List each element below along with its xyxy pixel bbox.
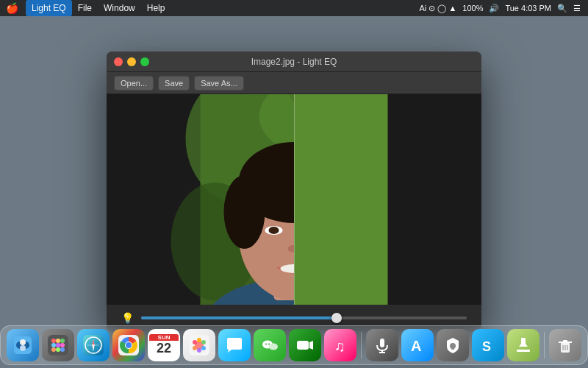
svg-rect-90 [521, 338, 526, 347]
volume-icon: 🔊 [489, 4, 499, 13]
dock-item-downloads[interactable] [507, 329, 539, 361]
maximize-button[interactable] [140, 57, 149, 66]
menu-item-app[interactable]: Light EQ [26, 0, 72, 16]
menu-item-file[interactable]: File [72, 0, 98, 16]
image-area [107, 94, 481, 305]
svg-point-45 [51, 347, 56, 352]
dock: SUN 22 [0, 325, 588, 365]
apple-menu-icon[interactable]: 🍎 [6, 3, 18, 13]
dock-item-appstore[interactable]: A [401, 329, 434, 361]
after-photo-svg [294, 94, 481, 305]
close-button[interactable] [114, 57, 123, 66]
svg-point-65 [193, 340, 197, 344]
svg-point-41 [60, 339, 65, 343]
svg-rect-73 [297, 341, 309, 350]
svg-point-69 [269, 344, 278, 350]
dock-separator [361, 332, 362, 358]
svg-point-70 [265, 344, 267, 345]
svg-point-71 [268, 344, 270, 345]
photo-container [107, 94, 481, 305]
desktop: Image2.jpg - Light EQ Open... Save Save … [0, 16, 588, 336]
svg-point-42 [51, 343, 56, 347]
dock-item-mic[interactable] [366, 329, 398, 361]
toolbar: Open... Save Save As... [107, 72, 481, 94]
dock-item-trash[interactable] [549, 329, 581, 361]
menu-item-window[interactable]: Window [98, 0, 141, 16]
dock-item-safari[interactable] [77, 329, 110, 361]
svg-point-40 [56, 339, 60, 343]
dock-item-photos[interactable] [183, 329, 215, 361]
dock-item-calendar[interactable]: SUN 22 [148, 329, 180, 361]
dock-item-wechat[interactable] [254, 329, 286, 361]
menu-item-help[interactable]: Help [141, 0, 171, 16]
control-strip-icon[interactable]: ☰ [573, 4, 581, 13]
svg-point-8 [224, 175, 265, 249]
app-window: Image2.jpg - Light EQ Open... Save Save … [107, 52, 481, 331]
svg-point-12 [269, 227, 279, 234]
minimize-button[interactable] [127, 57, 136, 66]
dock-item-facetime[interactable] [289, 329, 321, 361]
svg-point-57 [126, 342, 132, 348]
battery-status: 100% [462, 4, 483, 13]
brightness-slider-track[interactable] [141, 316, 467, 319]
dock-item-chrome[interactable] [112, 329, 145, 361]
svg-marker-74 [309, 341, 313, 350]
svg-point-61 [201, 340, 206, 344]
open-button[interactable]: Open... [114, 76, 154, 91]
svg-point-63 [197, 348, 201, 353]
svg-point-37 [20, 345, 26, 351]
dock-item-skype[interactable]: S [472, 329, 504, 361]
dock-container: SUN 22 [0, 321, 588, 368]
svg-point-39 [51, 339, 56, 343]
svg-point-64 [193, 346, 197, 350]
svg-rect-91 [517, 350, 530, 352]
svg-text:♫: ♫ [334, 338, 345, 354]
svg-point-44 [60, 343, 65, 347]
svg-rect-16 [294, 94, 388, 305]
window-title: Image2.jpg - Light EQ [251, 57, 337, 67]
adobe-icon: Ai ⊙ ◯ ▲ [419, 4, 456, 13]
svg-rect-78 [380, 339, 384, 347]
slider-fill [141, 316, 337, 319]
menu-right-items: Ai ⊙ ◯ ▲ 100% 🔊 Tue 4:03 PM 🔍 ☰ [417, 4, 582, 13]
photo-after [294, 94, 481, 305]
svg-text:S: S [482, 339, 491, 354]
dock-item-launchpad[interactable] [42, 329, 74, 361]
dock-item-messages[interactable] [218, 329, 251, 361]
comparison-divider [294, 94, 295, 305]
title-bar: Image2.jpg - Light EQ [107, 52, 481, 72]
dock-item-finder[interactable] [7, 329, 39, 361]
svg-point-47 [60, 347, 65, 352]
svg-text:A: A [411, 338, 421, 354]
svg-point-46 [56, 347, 60, 352]
svg-point-62 [201, 346, 206, 350]
clock: Tue 4:03 PM [505, 4, 551, 13]
before-photo-svg [107, 94, 294, 305]
svg-rect-85 [451, 346, 454, 350]
traffic-lights [107, 57, 149, 66]
photo-before [107, 94, 294, 305]
save-as-button[interactable]: Save As... [194, 76, 244, 91]
search-icon[interactable]: 🔍 [557, 4, 567, 13]
save-button[interactable]: Save [158, 76, 190, 91]
svg-rect-95 [563, 340, 567, 342]
svg-point-43 [56, 343, 60, 347]
svg-point-60 [197, 338, 201, 342]
menu-bar: 🍎 Light EQ File Window Help Ai ⊙ ◯ ▲ 100… [0, 0, 588, 16]
dock-separator-2 [544, 332, 545, 358]
svg-point-36 [20, 339, 26, 345]
dock-item-security[interactable] [437, 329, 469, 361]
dock-item-music[interactable]: ♫ [324, 329, 356, 361]
